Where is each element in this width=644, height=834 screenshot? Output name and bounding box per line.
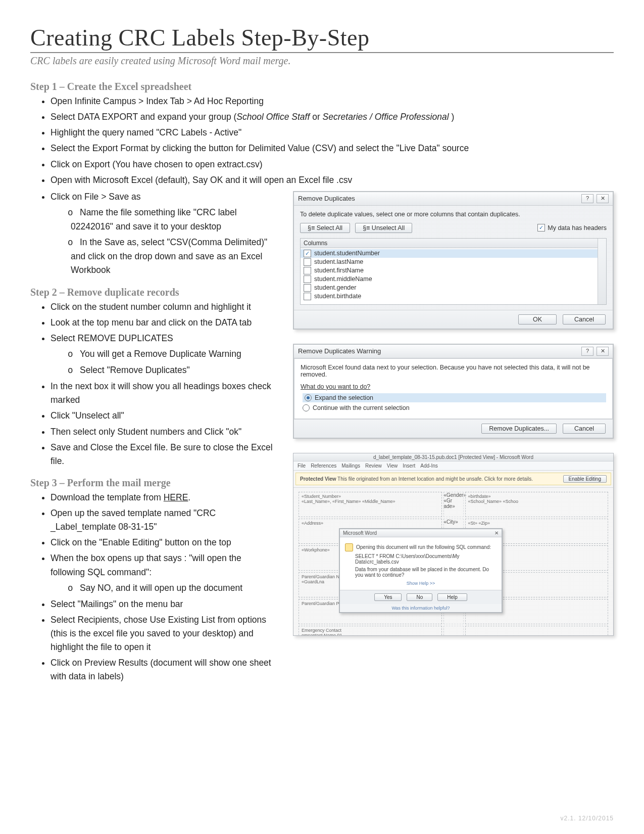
word-screenshot: d_label_template_08-31-15.pub.doc1 [Prot…	[293, 453, 614, 636]
checkbox-icon: ✓	[304, 250, 311, 257]
checkbox-icon	[304, 258, 311, 266]
checkbox-icon	[304, 284, 311, 292]
help-icon[interactable]: ?	[581, 194, 593, 203]
continue-selection-radio[interactable]: Continue with the current selection	[303, 404, 606, 411]
step3-list-cont: Select "Mailings" on the menu bar Select…	[51, 597, 278, 684]
tab-review[interactable]: Review	[365, 463, 382, 469]
column-row[interactable]: student.gender	[301, 284, 606, 292]
text: .	[188, 492, 190, 502]
step2-list-cont: In the next box it will show you all hea…	[51, 380, 278, 468]
label-cell: Emergency Contactemcontact.Name.01	[299, 626, 442, 636]
step3-heading: Step 3 – Perform the mail merge	[30, 477, 278, 489]
expand-selection-radio[interactable]: Expand the selection	[303, 393, 606, 402]
list-item: Select DATA EXPORT and expand your group…	[51, 110, 614, 124]
scrollbar[interactable]	[598, 239, 606, 304]
word-dialog-title: Microsoft Word	[343, 530, 377, 536]
column-row[interactable]: student.birthdate	[301, 292, 606, 301]
list-item: Click on the student number column and h…	[51, 300, 278, 314]
warning-icon	[345, 543, 353, 551]
step3-sublist: Say NO, and it will open up the document	[71, 581, 278, 595]
list-item: Select the Export Format by clicking the…	[51, 142, 614, 155]
text: Select DATA EXPORT and expand your group…	[51, 112, 236, 122]
word-titlebar: d_label_template_08-31-15.pub.doc1 [Prot…	[293, 453, 613, 461]
step1-list: Open Infinite Campus > Index Tab > Ad Ho…	[51, 95, 614, 187]
warning-question: What do you want to do?	[301, 383, 606, 390]
list-item: Click on the "Enable Editing" button on …	[51, 536, 278, 549]
page-title: Creating CRC Labels Step-By-Step	[30, 24, 614, 51]
radio-icon	[303, 404, 310, 411]
list-item: Select "Mailings" on the menu bar	[51, 597, 278, 611]
list-item: You will get a Remove Duplicate Warning	[71, 347, 278, 361]
checkbox-icon: ✓	[537, 224, 545, 231]
text: or	[310, 112, 322, 122]
column-row[interactable]: student.middleName	[301, 275, 606, 284]
list-item: Download the template from HERE.	[51, 491, 278, 504]
tab-references[interactable]: References	[311, 463, 336, 469]
remove-duplicates-dialog: Remove Duplicates ? ✕ To delete duplicat…	[293, 191, 614, 330]
step2-sublist: You will get a Remove Duplicate Warning …	[71, 347, 278, 378]
column-row[interactable]: ✓student.studentNumber	[301, 249, 606, 258]
columns-header: Columns	[301, 239, 606, 248]
remove-duplicates-warning-dialog: Remove Duplicates Warning ? ✕ Microsoft …	[293, 344, 614, 439]
dialog-title: Remove Duplicates Warning	[298, 347, 381, 355]
help-button[interactable]: Help	[437, 593, 467, 601]
tab-insert[interactable]: Insert	[403, 463, 415, 469]
label-cell-mid	[443, 626, 464, 636]
cancel-button[interactable]: Cancel	[563, 424, 606, 434]
unselect-all-button[interactable]: §≡ Unselect All	[355, 223, 412, 233]
text-italic: Secretaries / Office Professional	[323, 112, 449, 122]
remove-duplicates-button[interactable]: Remove Duplicates...	[481, 424, 557, 434]
list-item: When the box opens up that says : "will …	[51, 551, 278, 579]
dialog-title: Remove Duplicates	[298, 195, 355, 202]
banner-prefix: Protected View	[300, 476, 336, 482]
text: SELECT * FROM C:\Users\xxx\Documents\My …	[355, 553, 497, 565]
tab-addins[interactable]: Add-Ins	[420, 463, 437, 469]
list-item: Open up the saved template named "CRC _L…	[51, 506, 278, 534]
headers-checkbox[interactable]: ✓My data has headers	[537, 224, 607, 231]
radio-icon	[305, 394, 312, 401]
list-item: Select REMOVE DUPLICATES	[51, 332, 278, 345]
here-link[interactable]: HERE	[164, 492, 188, 502]
dialog-instruction: To delete duplicate values, select one o…	[300, 211, 607, 218]
text: )	[449, 112, 455, 122]
select-all-button[interactable]: §≡ Select All	[300, 223, 350, 233]
list-item: Select "Remove Duplicates"	[71, 363, 278, 378]
list-item: Select Recipients, chose Use Existing Li…	[51, 613, 278, 654]
close-icon[interactable]: ✕	[494, 530, 499, 536]
close-icon[interactable]: ✕	[597, 347, 609, 356]
label-cell-mid: «Gender»«Gr ade»	[443, 492, 464, 517]
columns-list: Columns ✓student.studentNumber student.l…	[300, 238, 607, 305]
label-cell: «Student_Number» «Last_Name», «First_Nam…	[299, 492, 442, 517]
column-row[interactable]: student.lastName	[301, 258, 606, 266]
list-item: Click "Unselect all"	[51, 409, 278, 423]
yes-button[interactable]: Yes	[374, 593, 402, 601]
list-item: Name the file something like "CRC label …	[71, 206, 278, 234]
help-icon[interactable]: ?	[581, 347, 593, 356]
protected-view-banner: Protected View This file originated from…	[295, 473, 611, 485]
enable-editing-button[interactable]: Enable Editing	[563, 475, 607, 483]
list-item: Say NO, and it will open up the document	[71, 581, 278, 595]
list-item: Click on Export (You have chosen to open…	[51, 158, 614, 171]
no-button[interactable]: No	[407, 593, 432, 601]
text: Opening this document will run the follo…	[356, 544, 491, 549]
banner-msg: This file originated from an Internet lo…	[336, 476, 533, 482]
close-icon[interactable]: ✕	[597, 194, 609, 203]
ok-button[interactable]: OK	[518, 314, 557, 325]
cancel-button[interactable]: Cancel	[563, 314, 606, 325]
feedback-link[interactable]: Was this information helpful?	[340, 604, 502, 612]
tab-file[interactable]: File	[298, 463, 306, 469]
page-footer: v2.1. 12/10/2015	[561, 815, 614, 822]
show-help-link[interactable]: Show Help >>	[345, 581, 497, 586]
list-item: Look at the top menu bar and click on th…	[51, 316, 278, 330]
list-item: Click on File > Save as	[51, 190, 278, 204]
column-row[interactable]: student.firstName	[301, 266, 606, 275]
step1-sublist: Name the file something like "CRC label …	[71, 206, 278, 277]
step3-list: Download the template from HERE. Open up…	[51, 491, 278, 579]
list-item: In the next box it will show you all hea…	[51, 380, 278, 407]
list-item: Open with Microsoft Excel (default), Say…	[51, 173, 614, 187]
tab-view[interactable]: View	[387, 463, 398, 469]
list-item: Open Infinite Campus > Index Tab > Ad Ho…	[51, 95, 614, 108]
text-italic: School Office Staff	[236, 112, 310, 122]
tab-mailings[interactable]: Mailings	[341, 463, 360, 469]
checkbox-icon	[304, 275, 311, 283]
